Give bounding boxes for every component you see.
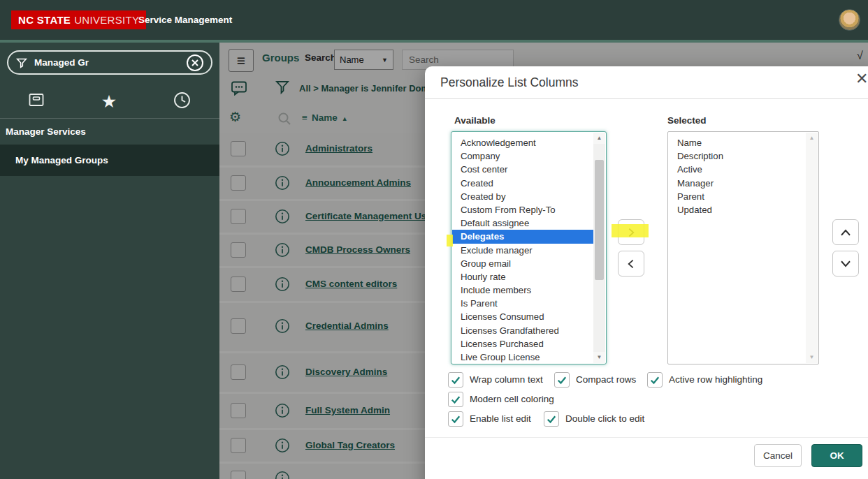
move-up-button[interactable] (832, 219, 859, 245)
selected-option[interactable]: Active (669, 163, 806, 176)
available-option[interactable]: Cost center (452, 163, 593, 176)
scroll-up-icon[interactable]: ▲ (593, 133, 605, 144)
wrap-column-text-checkbox[interactable] (448, 372, 463, 388)
logo-primary-text: NC STATE (18, 14, 71, 26)
clock-icon (173, 91, 191, 112)
available-option[interactable]: Custom From Reply-To (452, 203, 593, 216)
compact-rows-label: Compact rows (576, 374, 636, 385)
archive-box-icon (28, 92, 45, 110)
sidebar-section-manager-services: Manager Services (6, 126, 86, 137)
selected-option[interactable]: Name (669, 136, 806, 149)
top-header-bar: NC STATE UNIVERSITY Service Management (0, 0, 868, 40)
highlight-move-right-button (612, 224, 649, 237)
available-option[interactable]: Group email (452, 257, 593, 270)
sidebar-item-my-managed-groups[interactable]: My Managed Groups (0, 145, 219, 176)
scroll-up-icon[interactable]: ▲ (806, 133, 818, 144)
active-row-highlighting-checkbox[interactable] (647, 372, 663, 388)
dialog-title: Personalize List Columns (440, 75, 578, 90)
available-listbox[interactable]: Acknowledgement Company Cost center Crea… (451, 131, 607, 364)
scroll-down-icon[interactable]: ▼ (593, 352, 605, 363)
available-option[interactable]: Created (452, 177, 593, 190)
chevron-up-icon (839, 228, 852, 237)
sidebar-filter-search[interactable] (7, 50, 212, 75)
check-icon (545, 413, 558, 425)
funnel-icon (15, 57, 28, 69)
clear-search-icon[interactable] (186, 54, 204, 72)
check-icon (449, 393, 462, 406)
check-icon (556, 374, 568, 386)
available-option-selected[interactable]: Delegates (452, 230, 593, 243)
chevron-left-icon (625, 258, 637, 270)
sidebar-item-label: My Managed Groups (15, 155, 108, 165)
available-scrollbar[interactable]: ▲ ▼ (593, 133, 605, 363)
sidebar-search-input[interactable] (34, 57, 167, 68)
ok-button[interactable]: OK (811, 444, 862, 467)
available-option[interactable]: Licenses Purchased (452, 337, 593, 351)
wrap-column-text-label: Wrap column text (470, 374, 543, 385)
available-option[interactable]: Exclude manager (452, 244, 593, 257)
app-title: Service Management (138, 0, 232, 40)
tab-history[interactable] (145, 84, 218, 118)
personalize-list-columns-dialog: Personalize List Columns ✕ Available Sel… (425, 66, 868, 479)
chevron-down-icon (839, 259, 852, 269)
available-label: Available (454, 115, 496, 126)
dialog-title-divider (425, 98, 868, 99)
sidebar: ★ Manager Services My Managed Groups (0, 43, 219, 479)
double-click-to-edit-label: Double click to edit (565, 413, 644, 424)
check-icon (649, 374, 661, 386)
available-option[interactable]: Include members (452, 283, 593, 297)
check-icon (449, 413, 462, 425)
move-down-button[interactable] (832, 251, 859, 277)
selected-listbox[interactable]: Name Description Active Manager Parent U… (667, 131, 819, 364)
active-row-highlighting-label: Active row highlighting (669, 374, 762, 385)
enable-list-edit-label: Enable list edit (470, 413, 531, 424)
cancel-button[interactable]: Cancel (754, 444, 802, 467)
scroll-down-icon[interactable]: ▼ (806, 352, 818, 363)
available-option[interactable]: Created by (452, 190, 593, 203)
selected-scrollbar[interactable]: ▲ ▼ (806, 133, 818, 363)
selected-label: Selected (667, 115, 707, 126)
star-icon: ★ (101, 91, 117, 112)
available-option[interactable]: Live Group License (452, 351, 593, 364)
sidebar-tabs: ★ (0, 84, 219, 118)
user-avatar[interactable] (839, 9, 860, 31)
double-click-to-edit-checkbox[interactable] (544, 411, 559, 427)
check-icon (449, 374, 462, 386)
selected-option[interactable]: Manager (669, 177, 806, 190)
available-option[interactable]: Company (452, 149, 593, 163)
dialog-footer-divider (425, 437, 868, 438)
ncstate-logo[interactable]: NC STATE UNIVERSITY (11, 10, 146, 29)
selected-option[interactable]: Updated (669, 203, 806, 216)
available-option[interactable]: Licenses Consumed (452, 310, 593, 323)
selected-option[interactable]: Description (669, 149, 806, 163)
scrollbar-thumb[interactable] (595, 160, 604, 280)
enable-list-edit-checkbox[interactable] (448, 411, 463, 427)
modern-cell-coloring-checkbox[interactable] (448, 392, 463, 407)
header-divider (0, 40, 868, 43)
available-option[interactable]: Licenses Grandfathered (452, 324, 593, 337)
available-option[interactable]: Is Parent (452, 297, 593, 310)
selected-option[interactable]: Parent (669, 190, 806, 203)
tab-favorites[interactable]: ★ (73, 84, 145, 118)
modern-cell-coloring-label: Modern cell coloring (470, 394, 554, 404)
available-option[interactable]: Hourly rate (452, 270, 593, 283)
compact-rows-checkbox[interactable] (554, 372, 570, 388)
tab-all-applications[interactable] (0, 84, 73, 118)
highlight-delegates-item (447, 235, 453, 246)
sidebar-tabs-divider (0, 118, 219, 119)
close-icon[interactable]: ✕ (855, 70, 868, 88)
logo-secondary-text: UNIVERSITY (74, 14, 139, 26)
available-option[interactable]: Acknowledgement (452, 136, 593, 149)
available-option[interactable]: Default assignee (452, 216, 593, 230)
move-left-button[interactable] (618, 251, 644, 277)
